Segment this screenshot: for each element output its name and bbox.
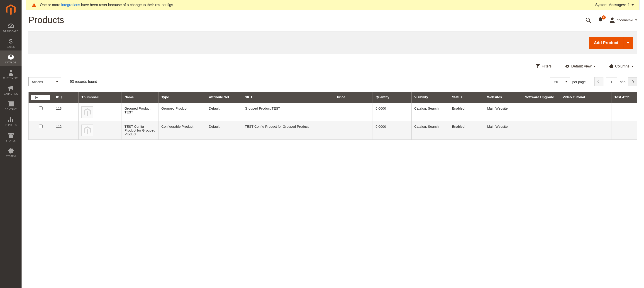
funnel-icon: [536, 64, 540, 68]
of-pages-label: of 5: [620, 80, 626, 84]
chevron-right-icon: [631, 80, 634, 83]
user-icon: [610, 17, 615, 23]
per-page-dropdown[interactable]: 20: [550, 77, 570, 86]
add-product-dropdown[interactable]: [624, 37, 633, 49]
row-checkbox[interactable]: [39, 125, 43, 128]
sidebar-item-reports[interactable]: REPORTS: [0, 113, 22, 129]
sidebar-item-catalog[interactable]: CATALOG: [0, 50, 22, 66]
svg-point-2: [10, 70, 12, 72]
cell-type: Grouped Product: [158, 103, 206, 121]
header-software-upgrade[interactable]: Software Upgrade: [522, 92, 560, 103]
header-quantity[interactable]: Quantity: [373, 92, 411, 103]
system-messages-toggle[interactable]: System Messages: 1: [595, 3, 634, 7]
svg-point-12: [586, 18, 590, 21]
main-content: One or more integrations have been reset…: [22, 0, 644, 288]
prev-page-button[interactable]: [594, 77, 604, 86]
sidebar-item-system[interactable]: SYSTEM: [0, 144, 22, 160]
cube-icon: [8, 54, 14, 60]
header-test-attr1[interactable]: Test Attr1: [612, 92, 637, 103]
integrations-link[interactable]: integrations: [61, 3, 80, 7]
cell-id: 113: [53, 103, 78, 121]
header-websites[interactable]: Websites: [484, 92, 522, 103]
header-thumbnail[interactable]: Thumbnail: [79, 92, 122, 103]
magento-logo[interactable]: [0, 0, 22, 19]
cell-websites: Main Website: [484, 121, 522, 140]
cell-video-tutorial: [560, 121, 612, 140]
caret-down-icon: [627, 42, 629, 44]
svg-rect-8: [9, 105, 13, 106]
notifications-badge: 5: [602, 15, 606, 19]
sidebar-item-customers[interactable]: CUSTOMERS: [0, 66, 22, 82]
columns-button[interactable]: Columns: [606, 62, 637, 71]
cell-test-attr1: [612, 103, 637, 121]
caret-down-icon: [635, 19, 637, 21]
cell-status: Enabled: [449, 121, 484, 140]
sidebar-item-marketing[interactable]: MARKETING: [0, 82, 22, 97]
header-type[interactable]: Type: [158, 92, 206, 103]
header-select-all[interactable]: [28, 92, 53, 103]
add-product-button[interactable]: Add Product: [589, 37, 624, 49]
svg-rect-7: [9, 104, 13, 105]
table-row[interactable]: 112TEST Config Product for Grouped Produ…: [28, 121, 637, 140]
cell-id: 112: [53, 121, 78, 140]
header-video-tutorial[interactable]: Video Tutorial: [560, 92, 612, 103]
pager: of 5: [594, 77, 637, 86]
row-checkbox[interactable]: [39, 106, 43, 110]
page-icon: [8, 101, 14, 107]
svg-point-14: [611, 17, 614, 20]
sidebar-item-stores[interactable]: STORES: [0, 129, 22, 144]
svg-rect-1: [11, 25, 12, 26]
mass-actions-dropdown[interactable]: Actions: [28, 77, 61, 86]
cell-attribute-set: Default: [206, 103, 242, 121]
cell-quantity: 0.0000: [373, 103, 411, 121]
warning-icon: [32, 3, 36, 7]
header-visibility[interactable]: Visibility: [411, 92, 449, 103]
records-found-label: 93 records found: [70, 80, 97, 84]
caret-down-icon: [632, 4, 634, 6]
cell-attribute-set: Default: [206, 121, 242, 140]
svg-rect-6: [11, 103, 13, 104]
next-page-button[interactable]: [628, 77, 637, 86]
notifications-button[interactable]: 5: [598, 17, 604, 23]
header-name[interactable]: Name: [122, 92, 158, 103]
sort-asc-icon: ↑: [61, 95, 62, 99]
sidebar-item-content[interactable]: CONTENT: [0, 97, 22, 113]
header-id[interactable]: ID↑: [53, 92, 78, 103]
thumbnail-placeholder: [82, 106, 93, 118]
dollar-icon: $: [9, 38, 13, 45]
cell-test-attr1: [612, 121, 637, 140]
cell-video-tutorial: [560, 103, 612, 121]
header-sku[interactable]: SKU: [242, 92, 334, 103]
header-attribute-set[interactable]: Attribute Set: [206, 92, 242, 103]
person-icon: [9, 69, 13, 76]
header-price[interactable]: Price: [334, 92, 372, 103]
user-menu[interactable]: cbednarski: [610, 17, 637, 23]
svg-rect-10: [10, 117, 11, 122]
caret-down-icon: [36, 97, 38, 98]
products-grid: ID↑ Thumbnail Name Type Attribute Set SK…: [28, 92, 637, 140]
search-icon[interactable]: [585, 17, 591, 23]
sidebar-item-sales[interactable]: $ SALES: [0, 35, 22, 50]
default-view-button[interactable]: Default View: [562, 62, 599, 71]
cell-name: TEST Config Product for Grouped Product: [122, 121, 158, 140]
bullhorn-icon: [8, 85, 14, 92]
cell-visibility: Catalog, Search: [411, 121, 449, 140]
filters-button[interactable]: Filters: [532, 62, 556, 71]
cell-software-upgrade: [522, 121, 560, 140]
eye-icon: [565, 64, 570, 68]
caret-down-icon: [563, 77, 570, 86]
svg-rect-5: [11, 102, 13, 103]
cell-software-upgrade: [522, 103, 560, 121]
cell-name: Grouped Product TEST: [122, 103, 158, 121]
admin-sidebar: DASHBOARD $ SALES CATALOG CUSTOMERS MARK…: [0, 0, 22, 288]
thumbnail-placeholder: [82, 125, 93, 136]
header-status[interactable]: Status: [449, 92, 484, 103]
grid-controls: Actions 93 records found 20 per page of …: [28, 77, 637, 86]
cell-thumbnail: [79, 103, 122, 121]
cell-price: [334, 103, 372, 121]
page-input[interactable]: [606, 77, 617, 86]
sidebar-item-dashboard[interactable]: DASHBOARD: [0, 19, 22, 35]
select-all-checkbox[interactable]: [32, 96, 36, 99]
cell-visibility: Catalog, Search: [411, 103, 449, 121]
table-row[interactable]: 113Grouped Product TESTGrouped ProductDe…: [28, 103, 637, 121]
